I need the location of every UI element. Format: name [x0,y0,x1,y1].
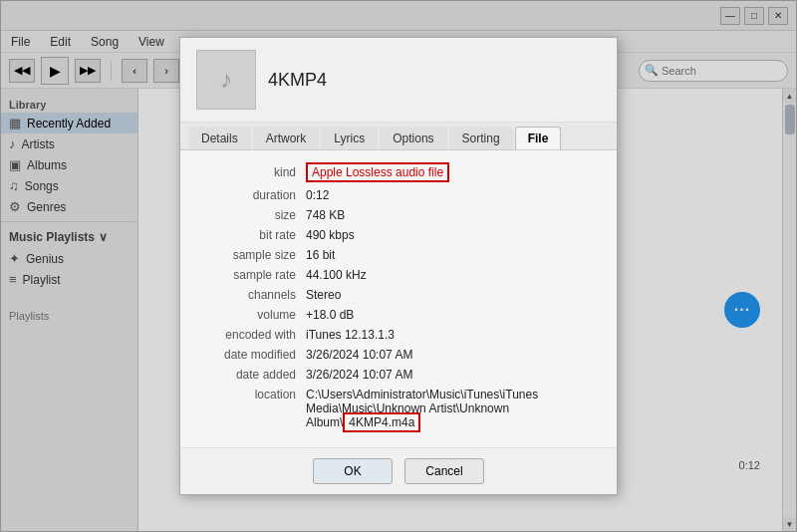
field-value-sample-size: 16 bit [306,248,335,262]
field-value-bitrate: 490 kbps [306,228,355,242]
field-row-kind: kind Apple Lossless audio file [196,162,601,182]
field-label-kind: kind [196,165,306,179]
file-info-dialog: ♪ 4KMP4 Details Artwork Lyrics Options S… [179,37,618,495]
field-label-channels: channels [196,288,306,302]
field-value-sample-rate: 44.100 kHz [306,268,367,282]
ok-button[interactable]: OK [313,458,393,484]
album-art-icon: ♪ [220,66,232,94]
field-value-kind: Apple Lossless audio file [306,162,449,182]
field-label-date-added: date added [196,368,306,382]
dialog-overlay: ♪ 4KMP4 Details Artwork Lyrics Options S… [0,0,797,532]
field-label-duration: duration [196,188,306,202]
dialog-album-art: ♪ [196,50,256,110]
field-row-sample-rate: sample rate 44.100 kHz [196,268,601,282]
field-row-location: location C:\Users\Administrator\Music\iT… [196,388,601,429]
location-path-suffix: 4KMP4.m4a [343,412,420,432]
dialog-content: kind Apple Lossless audio file duration … [180,150,617,447]
field-row-size: size 748 KB [196,208,601,222]
tab-sorting[interactable]: Sorting [449,127,513,149]
field-row-channels: channels Stereo [196,288,601,302]
tab-file[interactable]: File [515,127,562,149]
tab-details[interactable]: Details [188,127,251,149]
field-label-sample-rate: sample rate [196,268,306,282]
field-label-bitrate: bit rate [196,228,306,242]
field-value-encoded: iTunes 12.13.1.3 [306,328,395,342]
field-row-bitrate: bit rate 490 kbps [196,228,601,242]
tab-options[interactable]: Options [380,127,446,149]
field-row-sample-size: sample size 16 bit [196,248,601,262]
tab-lyrics[interactable]: Lyrics [321,127,378,149]
field-row-date-modified: date modified 3/26/2024 10:07 AM [196,348,601,362]
field-row-volume: volume +18.0 dB [196,308,601,322]
tab-artwork[interactable]: Artwork [253,127,320,149]
field-label-encoded: encoded with [196,328,306,342]
field-label-location: location [196,388,306,401]
field-value-duration: 0:12 [306,188,329,202]
field-label-volume: volume [196,308,306,322]
field-label-sample-size: sample size [196,248,306,262]
field-value-date-added: 3/26/2024 10:07 AM [306,368,412,382]
field-value-date-modified: 3/26/2024 10:07 AM [306,348,412,362]
dialog-footer: OK Cancel [180,447,617,494]
dialog-tabs: Details Artwork Lyrics Options Sorting F… [180,123,617,150]
field-label-size: size [196,208,306,222]
field-value-channels: Stereo [306,288,341,302]
field-row-date-added: date added 3/26/2024 10:07 AM [196,368,601,382]
field-row-encoded: encoded with iTunes 12.13.1.3 [196,328,601,342]
dialog-title: 4KMP4 [268,70,327,91]
field-row-duration: duration 0:12 [196,188,601,202]
field-value-size: 748 KB [306,208,345,222]
location-path-prefix: C:\Users\Administrator\Music\iTunes\iTun… [306,388,538,429]
field-value-location: C:\Users\Administrator\Music\iTunes\iTun… [306,388,601,429]
field-label-date-modified: date modified [196,348,306,362]
field-value-volume: +18.0 dB [306,308,354,322]
cancel-button[interactable]: Cancel [404,458,484,484]
dialog-header: ♪ 4KMP4 [180,38,617,123]
